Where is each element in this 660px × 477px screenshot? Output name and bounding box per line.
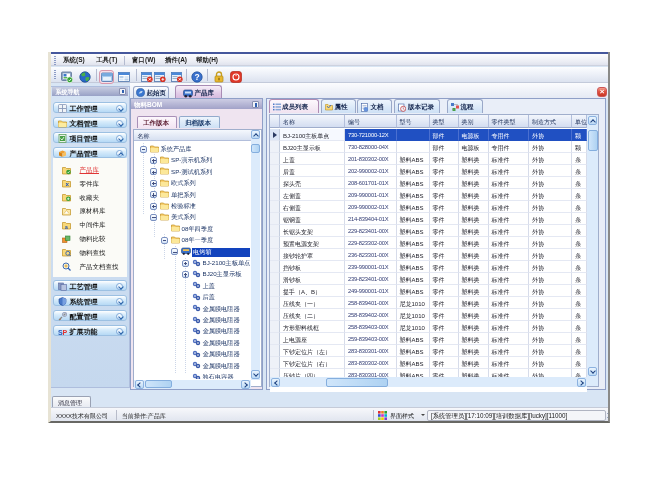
svg-text:a: a <box>65 223 68 229</box>
svg-text:?: ? <box>194 72 199 82</box>
svg-text:P: P <box>62 329 67 336</box>
